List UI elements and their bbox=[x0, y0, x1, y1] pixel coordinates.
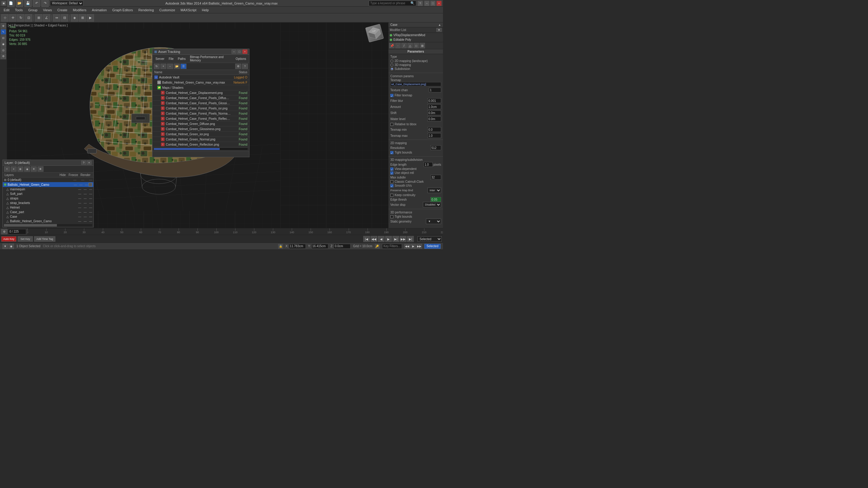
asset-row-normal[interactable]: T Combat_Helmet_Case_Forest_Pixels_Norma… bbox=[152, 111, 249, 116]
menu-help[interactable]: Help bbox=[199, 7, 212, 13]
asset-menu-options[interactable]: Options bbox=[234, 57, 248, 61]
layer-row-ballistic[interactable]: Ballistic_Helmet_Green_Camo — — — bbox=[3, 182, 93, 187]
tl-addtimetag-btn[interactable]: Add Time Tag bbox=[34, 236, 55, 242]
menu-customize[interactable]: Customize bbox=[157, 7, 178, 13]
search-bar[interactable]: 🔍 bbox=[369, 1, 416, 6]
menu-group[interactable]: Group bbox=[26, 7, 40, 13]
workspace-dropdown[interactable]: Workspace: Default bbox=[50, 1, 83, 6]
asset-menu-bitmap-perf[interactable]: Bitmap Performance and Memory bbox=[188, 55, 233, 62]
asset-help-btn[interactable]: ? bbox=[242, 64, 248, 69]
utilities-tab[interactable]: ⚙ bbox=[1, 54, 6, 59]
texture-chan-input[interactable] bbox=[429, 88, 441, 92]
asset-row-vault[interactable]: V Autodesk Vault Logged O bbox=[152, 75, 249, 80]
keep-continuity-checkbox[interactable] bbox=[390, 194, 393, 197]
view-dependent-checkbox[interactable]: ✓ bbox=[390, 167, 393, 170]
status-icon-2[interactable]: ◉ bbox=[8, 243, 14, 249]
tl-autokey-btn[interactable]: Auto Key bbox=[1, 236, 17, 242]
asset-refresh-btn[interactable]: ↻ bbox=[154, 64, 160, 69]
layers-delete-btn[interactable]: × bbox=[11, 166, 17, 172]
asset-minimize-btn[interactable]: − bbox=[231, 50, 237, 54]
asset-row-ior[interactable]: T Combat_Helmet_Case_Forest_Pixels_ior.p… bbox=[152, 106, 249, 111]
menu-rendering[interactable]: Rendering bbox=[136, 7, 156, 13]
layer-row-straps[interactable]: △ straps ——— bbox=[3, 196, 93, 201]
asset-row-main-file[interactable]: M Ballistic_Helmet_Green_Camo_max_vray.m… bbox=[152, 80, 249, 85]
resolution-input[interactable] bbox=[431, 145, 441, 150]
move-btn[interactable]: ✛ bbox=[9, 14, 17, 22]
asset-list-view-btn[interactable]: ☰ bbox=[180, 64, 186, 69]
asset-menu-server[interactable]: Server bbox=[154, 57, 166, 61]
texmap-max-input[interactable] bbox=[428, 133, 441, 138]
tight-bounds-checkbox[interactable]: ✓ bbox=[390, 151, 393, 154]
select-btn[interactable]: ⊹ bbox=[1, 14, 8, 22]
timeline-ruler[interactable]: 0102030405060708090100110120130140150160… bbox=[27, 228, 443, 235]
asset-close-btn[interactable]: × bbox=[243, 50, 247, 54]
asset-row-disp[interactable]: T Combat_Helmet_Case_Displacement.png Fo… bbox=[152, 90, 249, 95]
bp-next[interactable]: ▶▶ bbox=[416, 244, 422, 249]
material-editor-btn[interactable]: ◈ bbox=[71, 14, 78, 22]
selected-dropdown[interactable]: Selected bbox=[417, 236, 442, 242]
align-btn[interactable]: ⊟ bbox=[61, 14, 68, 22]
pb-play-btn[interactable]: ▶ bbox=[385, 236, 392, 242]
angle-snap-btn[interactable]: ∠ bbox=[43, 14, 50, 22]
edge-length-input[interactable] bbox=[424, 162, 433, 167]
layers-select-btn[interactable]: ◈ bbox=[24, 166, 30, 172]
menu-graph-editors[interactable]: Graph Editors bbox=[110, 7, 135, 13]
motion-tab[interactable]: ◉ bbox=[1, 41, 6, 47]
texmap-value[interactable]: wt_Case_Displacement.png] bbox=[390, 82, 441, 86]
asset-settings-btn[interactable]: ⚙ bbox=[235, 64, 241, 69]
close-btn[interactable]: × bbox=[436, 1, 442, 6]
asset-row-green-diffuse[interactable]: T Combat_Helmet_Green_Diffuse.png Found bbox=[152, 121, 249, 127]
display-tab[interactable]: ◎ bbox=[1, 47, 6, 53]
redo-btn[interactable]: ↷ bbox=[41, 0, 49, 7]
z-input[interactable] bbox=[334, 244, 350, 249]
amount-input[interactable] bbox=[428, 104, 441, 109]
vector-disp-select[interactable]: Disabled bbox=[423, 202, 441, 207]
modifier-dropdown-arrow[interactable]: ▼ bbox=[436, 28, 442, 32]
nav-cube[interactable]: TOP bbox=[367, 26, 385, 44]
minimize-btn[interactable]: − bbox=[424, 1, 430, 6]
asset-row-maps-folder[interactable]: 📁 Maps / Shaders bbox=[152, 85, 249, 90]
status-icon-1[interactable]: ▼ bbox=[2, 243, 8, 249]
face-btn[interactable]: △ bbox=[407, 43, 413, 48]
classic-catmull-checkbox[interactable] bbox=[390, 180, 393, 183]
bp-play[interactable]: ▶ bbox=[410, 244, 416, 249]
create-tab[interactable]: ⊕ bbox=[1, 23, 6, 29]
menu-create[interactable]: Create bbox=[55, 7, 70, 13]
menu-views[interactable]: Views bbox=[40, 7, 54, 13]
modifier-editable-poly[interactable]: Editable Poly bbox=[389, 37, 443, 42]
type-2d-mapping[interactable]: 2D mapping (landscape) bbox=[390, 59, 441, 63]
mirror-btn[interactable]: ⇔ bbox=[53, 14, 60, 22]
asset-remove-btn[interactable]: − bbox=[167, 64, 173, 69]
layer-row-case[interactable]: △ Case ——— bbox=[3, 214, 93, 219]
asset-locate-btn[interactable]: 📂 bbox=[174, 64, 180, 69]
max-subdiv-input[interactable] bbox=[431, 175, 441, 180]
edge-thresh-input[interactable] bbox=[431, 197, 441, 202]
layers-close-btn[interactable]: × bbox=[87, 161, 92, 165]
modify-tab[interactable]: ✎ bbox=[1, 29, 6, 35]
pb-prev-btn[interactable]: ◀◀ bbox=[371, 236, 377, 242]
pb-end-btn[interactable]: ▶| bbox=[407, 236, 414, 242]
layer-row-strap-brackets[interactable]: △ strap_brackets ——— bbox=[3, 201, 93, 205]
texmap-min-input[interactable] bbox=[428, 127, 441, 132]
layer-row-mannequin[interactable]: △ mannequin ——— bbox=[3, 187, 93, 192]
rotate-btn[interactable]: ↻ bbox=[17, 14, 24, 22]
expand-btn[interactable]: ▲ bbox=[438, 23, 441, 27]
layers-highlight-btn[interactable]: ☀ bbox=[31, 166, 37, 172]
asset-row-green-gloss[interactable]: T Combat_Helmet_Green_Glossiness.png Fou… bbox=[152, 127, 249, 132]
save-btn[interactable]: 💾 bbox=[24, 0, 32, 7]
tl-setkey-btn[interactable]: Set Key bbox=[18, 236, 33, 242]
layers-new-btn[interactable]: + bbox=[4, 166, 10, 172]
layers-scrollbar[interactable] bbox=[4, 224, 92, 227]
layers-freeze-btn[interactable]: ❄ bbox=[37, 166, 43, 172]
shift-input[interactable] bbox=[428, 110, 441, 115]
element-btn[interactable]: ⊞ bbox=[420, 43, 425, 48]
new-btn[interactable]: 📄 bbox=[7, 0, 14, 7]
key-filters-btn[interactable]: Key Filters... bbox=[382, 244, 402, 249]
layer-row-soft-part[interactable]: △ Soft_part ——— bbox=[3, 192, 93, 196]
y-input[interactable] bbox=[312, 244, 328, 249]
pb-start-btn[interactable]: |◀ bbox=[363, 236, 370, 242]
bp-prev[interactable]: ◀◀ bbox=[404, 244, 410, 249]
layer-row-ballistic-2[interactable]: △ Ballistic_Helmet_Green_Camo ——— bbox=[3, 219, 93, 224]
hierarchy-tab[interactable]: ⊟ bbox=[1, 35, 6, 41]
asset-add-btn[interactable]: + bbox=[160, 64, 166, 69]
